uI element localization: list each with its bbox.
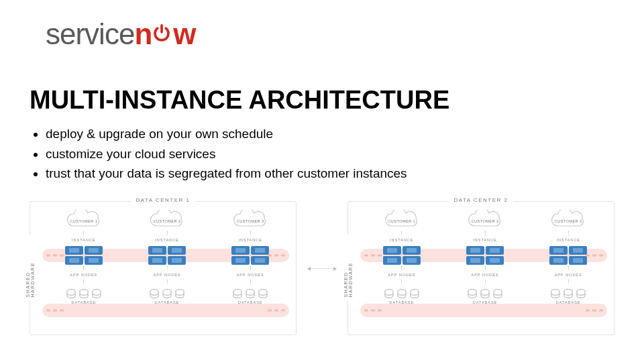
database-icons bbox=[66, 289, 101, 299]
datacenter-1-title: DATA CENTER 1 bbox=[131, 197, 196, 203]
instance-label: INSTANCE bbox=[239, 238, 262, 242]
bullet-item: trust that your data is segregated from … bbox=[46, 164, 407, 183]
shared-hardware-label: SHARED HARDWARE bbox=[25, 235, 35, 302]
app-node-chips bbox=[466, 246, 504, 265]
appnodes-label: APP NODES bbox=[555, 273, 582, 277]
instance-label: INSTANCE bbox=[557, 238, 580, 242]
architecture-diagram: DATA CENTER 1 SHARED HARDWARE CUSTOMER 1… bbox=[30, 201, 614, 335]
database-label: DATABASE bbox=[238, 300, 263, 304]
instance-label: INSTANCE bbox=[155, 238, 178, 242]
customer-label: CUSTOMER 2 bbox=[154, 219, 181, 223]
logo-word-now-post: w bbox=[173, 17, 195, 50]
cloud-icon: CUSTOMER 3 bbox=[545, 210, 591, 230]
appnodes-label: APP NODES bbox=[388, 273, 415, 277]
datacenter-2-columns: CUSTOMER 1 INSTANCE APP NODES DATABASE bbox=[364, 210, 606, 328]
customer-label: CUSTOMER 3 bbox=[237, 219, 264, 223]
datacenter-connector-arrow bbox=[310, 268, 334, 269]
datacenter-1-box: DATA CENTER 1 SHARED HARDWARE CUSTOMER 1… bbox=[30, 201, 297, 335]
cloud-icon: CUSTOMER 2 bbox=[144, 210, 190, 230]
database-icons bbox=[384, 289, 419, 299]
cloud-icon: CUSTOMER 3 bbox=[227, 210, 273, 230]
customer-label: CUSTOMER 1 bbox=[70, 219, 97, 223]
slide-title: MULTI-INSTANCE ARCHITECTURE bbox=[30, 86, 449, 115]
bullet-list: deploy & upgrade on your own schedule cu… bbox=[46, 125, 407, 184]
app-node-chips bbox=[383, 246, 421, 265]
cloud-icon: CUSTOMER 1 bbox=[379, 210, 425, 230]
appnodes-label: APP NODES bbox=[237, 273, 264, 277]
database-icons bbox=[233, 289, 268, 299]
database-icons bbox=[551, 289, 586, 299]
database-icons bbox=[150, 289, 184, 299]
customer-column: CUSTOMER 1 INSTANCE APP NODES DATABASE bbox=[46, 210, 121, 328]
customer-column: CUSTOMER 1 INSTANCE APP NODES DATABASE bbox=[364, 210, 439, 328]
database-label: DATABASE bbox=[390, 300, 415, 304]
customer-label: CUSTOMER 3 bbox=[555, 219, 582, 223]
customer-column: CUSTOMER 3 INSTANCE APP NODES DATABASE bbox=[213, 210, 288, 328]
bullet-item: deploy & upgrade on your own schedule bbox=[46, 125, 407, 143]
database-icon bbox=[92, 289, 101, 299]
database-label: DATABASE bbox=[473, 300, 498, 304]
appnodes-label: APP NODES bbox=[472, 273, 499, 277]
app-node-chips bbox=[148, 246, 186, 265]
database-icon bbox=[79, 289, 89, 299]
app-node-chips bbox=[65, 246, 103, 265]
customer-column: CUSTOMER 2 INSTANCE APP NODES DATABASE bbox=[129, 210, 205, 328]
customer-column: CUSTOMER 3 INSTANCE APP NODES DATABASE bbox=[531, 210, 606, 328]
logo-word-now-pre: n bbox=[134, 17, 152, 50]
app-node-chips bbox=[231, 246, 269, 265]
instance-label: INSTANCE bbox=[390, 238, 413, 242]
cloud-icon: CUSTOMER 2 bbox=[462, 210, 508, 230]
instance-label: INSTANCE bbox=[72, 238, 95, 242]
datacenter-2-box: DATA CENTER 2 SHARED HARDWARE CUSTOMER 1… bbox=[347, 201, 614, 335]
database-label: DATABASE bbox=[556, 300, 581, 304]
servicenow-logo: servicenw bbox=[46, 17, 196, 51]
database-label: DATABASE bbox=[72, 300, 97, 304]
database-icon bbox=[66, 289, 76, 299]
customer-column: CUSTOMER 2 INSTANCE APP NODES DATABASE bbox=[447, 210, 523, 328]
customer-label: CUSTOMER 2 bbox=[472, 219, 499, 223]
app-node-chips bbox=[549, 246, 587, 265]
datacenter-1-columns: CUSTOMER 1 INSTANCE APP NODES DATABASE bbox=[46, 210, 288, 328]
datacenter-2-title: DATA CENTER 2 bbox=[449, 197, 514, 203]
appnodes-label: APP NODES bbox=[70, 273, 97, 277]
database-icons bbox=[468, 289, 502, 299]
cloud-icon: CUSTOMER 1 bbox=[61, 210, 107, 230]
instance-label: INSTANCE bbox=[473, 238, 496, 242]
shared-hardware-label: SHARED HARDWARE bbox=[343, 235, 353, 302]
customer-label: CUSTOMER 1 bbox=[388, 219, 415, 223]
appnodes-label: APP NODES bbox=[154, 273, 181, 277]
database-label: DATABASE bbox=[155, 300, 180, 304]
bullet-item: customize your cloud services bbox=[46, 145, 407, 164]
logo-word-service: service bbox=[46, 17, 134, 50]
